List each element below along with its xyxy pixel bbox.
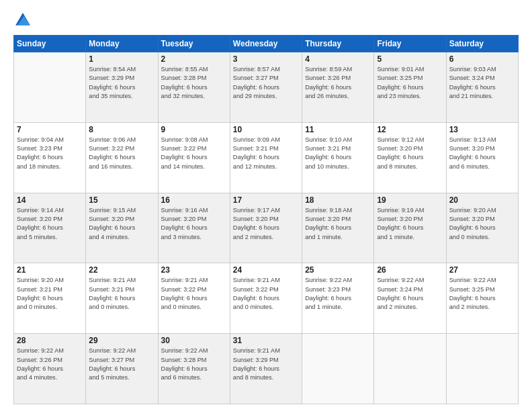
calendar-cell: 23Sunrise: 9:21 AMSunset: 3:22 PMDayligh… (158, 263, 230, 334)
calendar-cell (14, 52, 86, 123)
day-number: 8 (89, 125, 154, 134)
weekday-header-row: SundayMondayTuesdayWednesdayThursdayFrid… (14, 36, 519, 52)
day-info: Sunrise: 9:15 AMSunset: 3:20 PMDaylight:… (89, 206, 154, 242)
page: SundayMondayTuesdayWednesdayThursdayFrid… (0, 0, 532, 411)
day-info: Sunrise: 9:20 AMSunset: 3:21 PMDaylight:… (17, 276, 83, 312)
day-info: Sunrise: 9:21 AMSunset: 3:29 PMDaylight:… (233, 347, 299, 382)
day-info: Sunrise: 9:14 AMSunset: 3:20 PMDaylight:… (17, 206, 83, 242)
day-number: 3 (233, 54, 299, 64)
weekday-header-sunday: Sunday (14, 36, 86, 52)
calendar-cell: 4Sunrise: 8:59 AMSunset: 3:26 PMDaylight… (302, 52, 374, 123)
day-number: 10 (233, 125, 299, 134)
day-info: Sunrise: 9:22 AMSunset: 3:24 PMDaylight:… (377, 276, 443, 312)
day-info: Sunrise: 8:54 AMSunset: 3:29 PMDaylight:… (89, 65, 154, 101)
day-number: 16 (161, 195, 227, 205)
day-info: Sunrise: 9:22 AMSunset: 3:23 PMDaylight:… (305, 276, 371, 312)
day-info: Sunrise: 9:18 AMSunset: 3:20 PMDaylight:… (305, 206, 371, 242)
day-number: 22 (89, 265, 154, 275)
day-info: Sunrise: 8:59 AMSunset: 3:26 PMDaylight:… (305, 65, 371, 101)
calendar-cell: 28Sunrise: 9:22 AMSunset: 3:26 PMDayligh… (14, 334, 86, 404)
calendar-cell: 12Sunrise: 9:12 AMSunset: 3:20 PMDayligh… (374, 122, 446, 193)
day-info: Sunrise: 9:08 AMSunset: 3:22 PMDaylight:… (161, 136, 227, 171)
calendar-cell: 26Sunrise: 9:22 AMSunset: 3:24 PMDayligh… (374, 263, 446, 334)
day-number: 18 (305, 195, 371, 205)
day-number: 11 (305, 125, 371, 134)
calendar-cell: 17Sunrise: 9:17 AMSunset: 3:20 PMDayligh… (230, 193, 302, 263)
day-number: 19 (377, 195, 443, 205)
day-number: 6 (449, 54, 515, 64)
calendar-cell: 21Sunrise: 9:20 AMSunset: 3:21 PMDayligh… (14, 263, 86, 334)
day-number: 4 (305, 54, 371, 64)
week-row-1: 1Sunrise: 8:54 AMSunset: 3:29 PMDaylight… (14, 52, 519, 123)
day-info: Sunrise: 8:57 AMSunset: 3:27 PMDaylight:… (233, 65, 299, 101)
day-info: Sunrise: 9:09 AMSunset: 3:21 PMDaylight:… (233, 136, 299, 171)
day-number: 29 (89, 336, 154, 345)
header (13, 11, 519, 30)
calendar-cell: 22Sunrise: 9:21 AMSunset: 3:21 PMDayligh… (86, 263, 158, 334)
day-number: 17 (233, 195, 299, 205)
calendar-cell: 9Sunrise: 9:08 AMSunset: 3:22 PMDaylight… (158, 122, 230, 193)
calendar-cell: 7Sunrise: 9:04 AMSunset: 3:23 PMDaylight… (14, 122, 86, 193)
day-number: 15 (89, 195, 154, 205)
day-number: 13 (449, 125, 515, 134)
day-number: 20 (449, 195, 515, 205)
day-info: Sunrise: 9:21 AMSunset: 3:22 PMDaylight:… (161, 276, 227, 312)
day-number: 2 (161, 54, 227, 64)
calendar-cell: 8Sunrise: 9:06 AMSunset: 3:22 PMDaylight… (86, 122, 158, 193)
calendar-cell: 18Sunrise: 9:18 AMSunset: 3:20 PMDayligh… (302, 193, 374, 263)
day-info: Sunrise: 9:17 AMSunset: 3:20 PMDaylight:… (233, 206, 299, 242)
day-info: Sunrise: 9:16 AMSunset: 3:20 PMDaylight:… (161, 206, 227, 242)
day-number: 21 (17, 265, 83, 275)
weekday-header-wednesday: Wednesday (230, 36, 302, 52)
day-info: Sunrise: 9:22 AMSunset: 3:26 PMDaylight:… (17, 347, 83, 382)
day-number: 9 (161, 125, 227, 134)
day-number: 7 (17, 125, 83, 134)
calendar-cell: 5Sunrise: 9:01 AMSunset: 3:25 PMDaylight… (374, 52, 446, 123)
day-info: Sunrise: 9:20 AMSunset: 3:20 PMDaylight:… (449, 206, 515, 242)
calendar-cell (374, 334, 446, 404)
day-number: 12 (377, 125, 443, 134)
calendar-cell: 27Sunrise: 9:22 AMSunset: 3:25 PMDayligh… (446, 263, 518, 334)
day-number: 14 (17, 195, 83, 205)
calendar-cell (446, 334, 518, 404)
calendar-cell: 10Sunrise: 9:09 AMSunset: 3:21 PMDayligh… (230, 122, 302, 193)
week-row-4: 21Sunrise: 9:20 AMSunset: 3:21 PMDayligh… (14, 263, 519, 334)
weekday-header-saturday: Saturday (446, 36, 518, 52)
day-number: 30 (161, 336, 227, 345)
day-info: Sunrise: 9:22 AMSunset: 3:28 PMDaylight:… (161, 347, 227, 382)
calendar-cell: 14Sunrise: 9:14 AMSunset: 3:20 PMDayligh… (14, 193, 86, 263)
calendar-cell: 16Sunrise: 9:16 AMSunset: 3:20 PMDayligh… (158, 193, 230, 263)
calendar-cell: 15Sunrise: 9:15 AMSunset: 3:20 PMDayligh… (86, 193, 158, 263)
weekday-header-friday: Friday (374, 36, 446, 52)
calendar-cell: 29Sunrise: 9:22 AMSunset: 3:27 PMDayligh… (86, 334, 158, 404)
day-info: Sunrise: 9:01 AMSunset: 3:25 PMDaylight:… (377, 65, 443, 101)
calendar-cell: 20Sunrise: 9:20 AMSunset: 3:20 PMDayligh… (446, 193, 518, 263)
calendar-cell: 11Sunrise: 9:10 AMSunset: 3:21 PMDayligh… (302, 122, 374, 193)
day-info: Sunrise: 9:21 AMSunset: 3:21 PMDaylight:… (89, 276, 154, 312)
logo (13, 11, 35, 30)
day-info: Sunrise: 9:10 AMSunset: 3:21 PMDaylight:… (305, 136, 371, 171)
day-info: Sunrise: 9:12 AMSunset: 3:20 PMDaylight:… (377, 136, 443, 171)
day-number: 1 (89, 54, 154, 64)
weekday-header-tuesday: Tuesday (158, 36, 230, 52)
day-number: 27 (449, 265, 515, 275)
logo-icon (13, 11, 32, 30)
calendar-cell: 24Sunrise: 9:21 AMSunset: 3:22 PMDayligh… (230, 263, 302, 334)
week-row-3: 14Sunrise: 9:14 AMSunset: 3:20 PMDayligh… (14, 193, 519, 263)
calendar-cell: 6Sunrise: 9:03 AMSunset: 3:24 PMDaylight… (446, 52, 518, 123)
calendar-cell: 3Sunrise: 8:57 AMSunset: 3:27 PMDaylight… (230, 52, 302, 123)
weekday-header-monday: Monday (86, 36, 158, 52)
calendar-cell: 19Sunrise: 9:19 AMSunset: 3:20 PMDayligh… (374, 193, 446, 263)
calendar-cell: 25Sunrise: 9:22 AMSunset: 3:23 PMDayligh… (302, 263, 374, 334)
day-number: 24 (233, 265, 299, 275)
calendar-cell: 30Sunrise: 9:22 AMSunset: 3:28 PMDayligh… (158, 334, 230, 404)
calendar-cell (302, 334, 374, 404)
week-row-2: 7Sunrise: 9:04 AMSunset: 3:23 PMDaylight… (14, 122, 519, 193)
day-info: Sunrise: 9:22 AMSunset: 3:27 PMDaylight:… (89, 347, 154, 382)
day-number: 26 (377, 265, 443, 275)
calendar-table: SundayMondayTuesdayWednesdayThursdayFrid… (13, 35, 519, 404)
day-number: 5 (377, 54, 443, 64)
day-info: Sunrise: 9:06 AMSunset: 3:22 PMDaylight:… (89, 136, 154, 171)
day-number: 28 (17, 336, 83, 345)
calendar-cell: 13Sunrise: 9:13 AMSunset: 3:20 PMDayligh… (446, 122, 518, 193)
